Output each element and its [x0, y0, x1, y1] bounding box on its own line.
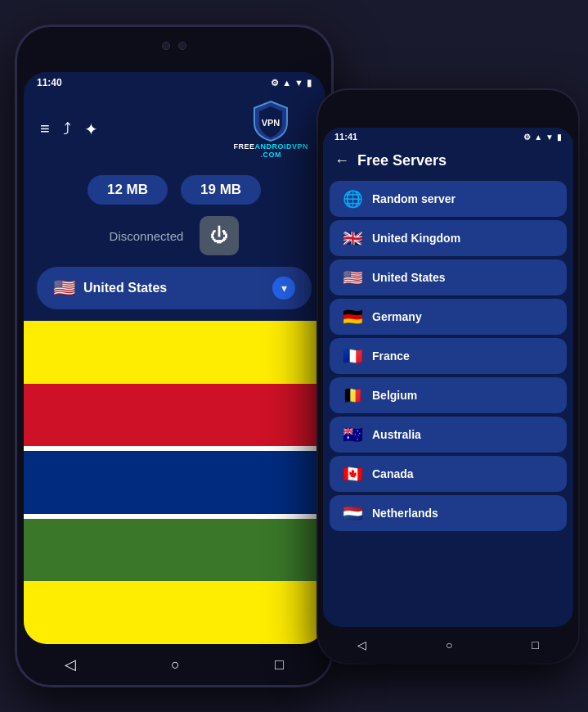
- phone1-screen: 11:40 ⚙ ▲ ▼ ▮ ≡ ⤴ ✦ VPN: [24, 72, 325, 644]
- country-selector[interactable]: 🇺🇸 United States ▾: [37, 267, 312, 309]
- power-button[interactable]: ⏻: [200, 216, 239, 255]
- home-nav1[interactable]: ○: [171, 656, 180, 674]
- upload-badge: 19 MB: [181, 175, 261, 205]
- flag-strip-yellow1: [24, 321, 325, 384]
- server-item[interactable]: 🇺🇸United States: [330, 259, 567, 295]
- flag-strip-red: [24, 384, 325, 447]
- server-item[interactable]: 🇩🇪Germany: [330, 299, 567, 335]
- server-name: Belgium: [372, 389, 417, 402]
- star-icon[interactable]: ✦: [84, 119, 98, 139]
- bottom-nav1: ◁ ○ □: [17, 644, 331, 685]
- server-name: Netherlands: [372, 507, 438, 520]
- camera-area1: [162, 42, 186, 50]
- svg-text:VPN: VPN: [262, 118, 281, 128]
- disconnect-row: Disconnected ⏻: [24, 210, 325, 262]
- server-flag: 🇺🇸: [341, 268, 364, 287]
- server-flag: 🌐: [341, 189, 364, 209]
- status-bar2: 11:41 ⚙ ▲ ▼ ▮: [323, 128, 573, 144]
- home-nav2[interactable]: ○: [446, 638, 452, 651]
- server-flag: 🇦🇺: [341, 425, 364, 444]
- server-item[interactable]: 🇫🇷France: [330, 338, 567, 374]
- connection-status: Disconnected: [110, 229, 184, 243]
- battery-icon2: ▮: [557, 133, 562, 142]
- server-flag: 🇨🇦: [341, 464, 364, 484]
- phone1-device: 11:40 ⚙ ▲ ▼ ▮ ≡ ⤴ ✦ VPN: [15, 25, 334, 687]
- server-flag: 🇫🇷: [341, 346, 364, 366]
- signal-icon1: ▲: [282, 78, 291, 88]
- server-item[interactable]: 🇬🇧United Kingdom: [330, 220, 567, 256]
- back-nav1[interactable]: ◁: [65, 656, 76, 674]
- toolbar-icons: ≡ ⤴ ✦: [40, 119, 98, 139]
- signal-icon2: ▼: [545, 133, 554, 142]
- time2: 11:41: [334, 132, 357, 142]
- flag-strip-blue: [24, 451, 325, 514]
- flag-strip-yellow2: [24, 581, 325, 644]
- header-title2: Free Servers: [357, 152, 447, 169]
- status-bar1: 11:40 ⚙ ▲ ▼ ▮: [24, 72, 325, 92]
- phone2-screen: 11:41 ⚙ ▲ ▼ ▮ ← Free Servers 🌐Random ser…: [323, 128, 573, 627]
- recent-nav1[interactable]: □: [275, 656, 284, 674]
- logo-shield: VPN: [251, 100, 290, 142]
- logo-area: VPN FREEANDROIDVPN .COM: [233, 100, 308, 159]
- server-name: France: [372, 349, 410, 363]
- server-item[interactable]: 🇦🇺Australia: [330, 417, 567, 453]
- battery-icon1: ▮: [307, 78, 312, 88]
- share-icon[interactable]: ⤴: [63, 119, 71, 139]
- country-name: United States: [83, 281, 264, 295]
- logo-text: FREEANDROIDVPN .COM: [233, 142, 308, 159]
- server-flag: 🇩🇪: [341, 307, 364, 327]
- server-item[interactable]: 🇨🇦Canada: [330, 456, 567, 492]
- back-button2[interactable]: ←: [334, 152, 349, 169]
- header2: ← Free Servers: [323, 144, 573, 178]
- recent-nav2[interactable]: □: [532, 638, 538, 651]
- wifi-icon1: ⚙: [271, 78, 279, 88]
- server-name: Germany: [372, 310, 422, 323]
- bottom-nav2: ◁ ○ □: [318, 627, 578, 663]
- status-icons1: ⚙ ▲ ▼ ▮: [271, 78, 312, 88]
- server-name: United States: [372, 271, 445, 284]
- download-badge: 12 MB: [88, 175, 168, 205]
- time1: 11:40: [37, 77, 62, 88]
- server-flag: 🇬🇧: [341, 228, 364, 248]
- chevron-down-icon[interactable]: ▾: [272, 277, 295, 300]
- toolbar1: ≡ ⤴ ✦ VPN FREEANDROIDVPN .COM: [24, 92, 325, 167]
- vpn-icon2: ⚙: [523, 133, 531, 142]
- server-name: Canada: [372, 467, 414, 480]
- flag-strips: [24, 321, 325, 644]
- menu-icon[interactable]: ≡: [40, 119, 50, 139]
- wifi-icon2: ▲: [534, 133, 542, 142]
- flag-strip-green: [24, 519, 325, 582]
- server-name: Australia: [372, 428, 421, 441]
- notch2: [424, 90, 473, 103]
- stats-row: 12 MB 19 MB: [24, 167, 325, 210]
- server-list: 🌐Random server🇬🇧United Kingdom🇺🇸United S…: [323, 178, 573, 627]
- status-icons2: ⚙ ▲ ▼ ▮: [523, 133, 562, 142]
- back-nav2[interactable]: ◁: [357, 638, 366, 651]
- server-item[interactable]: 🌐Random server: [330, 181, 567, 217]
- country-flag: 🇺🇸: [53, 277, 75, 299]
- server-name: United Kingdom: [372, 232, 460, 245]
- server-item[interactable]: 🇳🇱Netherlands: [330, 495, 567, 531]
- server-flag: 🇳🇱: [341, 503, 364, 523]
- server-flag: 🇧🇪: [341, 385, 364, 405]
- phone2-device: 11:41 ⚙ ▲ ▼ ▮ ← Free Servers 🌐Random ser…: [318, 90, 578, 663]
- server-item[interactable]: 🇧🇪Belgium: [330, 377, 567, 413]
- server-name: Random server: [372, 192, 456, 205]
- wifi2-icon1: ▼: [294, 78, 303, 88]
